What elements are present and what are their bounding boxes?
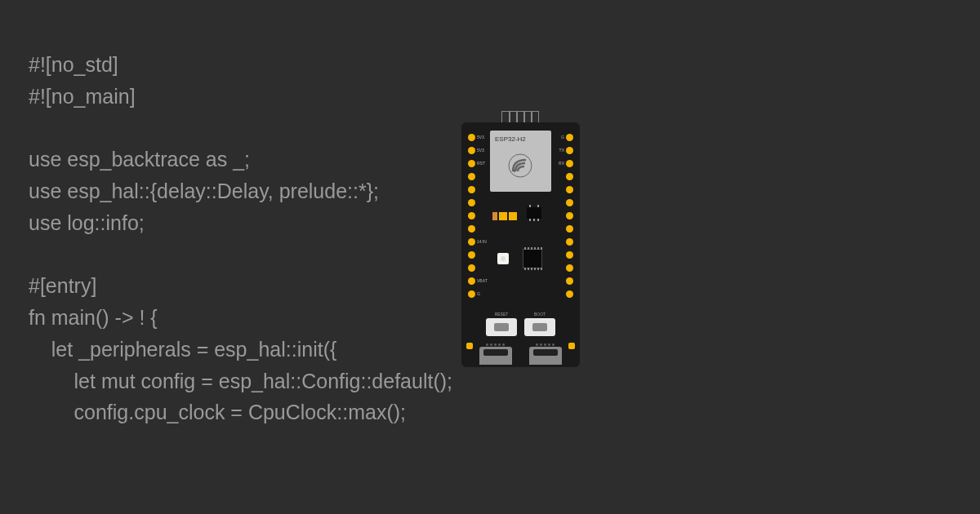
code-line: #![no_std] [29, 53, 118, 76]
code-line: use log::info; [29, 211, 145, 234]
pin-label: VBAT [477, 278, 488, 283]
button-label: RESET [486, 312, 517, 317]
pin-label: G [561, 135, 564, 140]
pin-label: 14:IN [477, 239, 487, 244]
gpio-pin [468, 251, 475, 259]
code-line: #[entry] [29, 274, 96, 297]
button-label: BOOT [524, 312, 555, 317]
regulator-icon [527, 207, 541, 219]
boot-button[interactable]: BOOT [524, 318, 555, 336]
gpio-pin [468, 290, 475, 298]
gpio-pin [566, 199, 573, 206]
gpio-pin [566, 134, 573, 141]
code-line: use esp_backtrace as _; [29, 148, 250, 171]
gpio-pin [468, 277, 475, 285]
mount-hole-icon [466, 343, 473, 349]
chip-label: ESP32-H2 [495, 135, 546, 143]
gpio-pin [566, 238, 573, 246]
usb-serial-chip-icon [523, 249, 542, 268]
component-icon [492, 212, 497, 220]
usb-port-icon [479, 347, 512, 365]
pin-label: TX [559, 148, 564, 153]
gpio-pin [468, 238, 475, 246]
gpio-pin [566, 264, 573, 272]
gpio-pin [468, 147, 475, 154]
code-editor: #![no_std] #![no_main] use esp_backtrace… [29, 49, 452, 428]
gpio-pin [566, 225, 573, 233]
esp32-board[interactable]: ESP32-H2 5V3 5V3 RST 14:IN V [461, 122, 580, 367]
pin-label: 5V3 [477, 148, 484, 153]
gpio-pin [566, 160, 573, 167]
code-line: fn main() -> ! { [29, 306, 158, 329]
pin-label: 5V3 [477, 135, 484, 140]
svg-point-0 [509, 154, 532, 177]
gpio-pin [468, 264, 475, 272]
gpio-pin [566, 186, 573, 193]
gpio-pin [566, 251, 573, 259]
gpio-pin [566, 147, 573, 154]
pin-label: G [477, 291, 480, 296]
gpio-pin [468, 134, 475, 141]
gpio-pin [468, 160, 475, 167]
gpio-pin [468, 225, 475, 233]
code-line: let mut config = esp_hal::Config::defaul… [29, 370, 452, 392]
mount-hole-icon [568, 343, 575, 349]
gpio-pin [566, 290, 573, 298]
code-line: #![no_main] [29, 85, 136, 108]
gpio-pin [566, 212, 573, 219]
antenna-icon [501, 111, 539, 122]
svg-point-1 [513, 169, 516, 172]
code-line: let _peripherals = esp_hal::init({ [29, 338, 336, 361]
gpio-pin [468, 199, 475, 206]
gpio-pin [468, 212, 475, 219]
espressif-logo-icon [508, 153, 532, 178]
esp32-chip: ESP32-H2 [490, 131, 551, 192]
component-icon [499, 212, 507, 220]
reset-button[interactable]: RESET [486, 318, 517, 336]
pin-label: RX [559, 161, 564, 166]
component-icon [509, 212, 517, 220]
gpio-pin [566, 277, 573, 285]
code-line: config.cpu_clock = CpuClock::max(); [29, 401, 406, 423]
code-line: use esp_hal::{delay::Delay, prelude::*}; [29, 179, 379, 202]
rgb-led-icon [497, 253, 509, 264]
gpio-pin [566, 173, 573, 180]
gpio-pin [468, 173, 475, 180]
gpio-pin [468, 186, 475, 193]
usb-port-icon [529, 347, 562, 365]
pin-label: RST [477, 161, 485, 166]
